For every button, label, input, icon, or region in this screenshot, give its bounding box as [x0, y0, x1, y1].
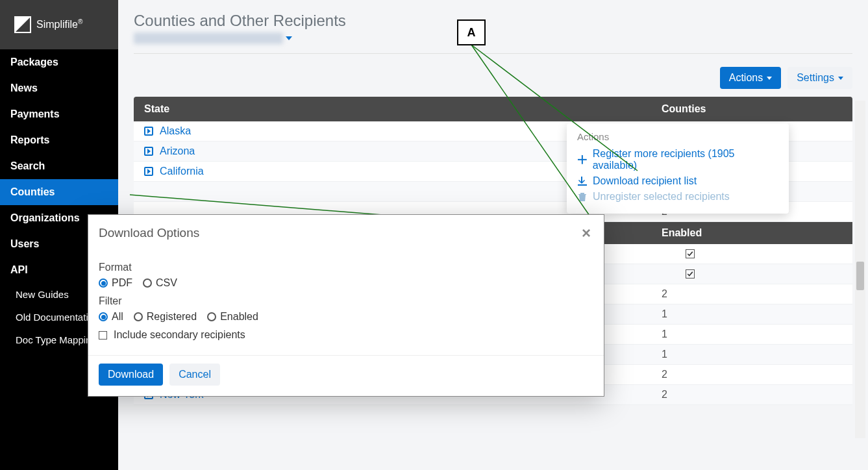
- radio-pdf[interactable]: PDF: [99, 277, 132, 289]
- org-name-redacted: [134, 32, 283, 44]
- nav-payments[interactable]: Payments: [0, 101, 118, 127]
- download-button[interactable]: Download: [99, 364, 163, 386]
- download-list-item[interactable]: Download recipient list: [577, 173, 778, 189]
- actions-button[interactable]: Actions: [720, 67, 781, 89]
- menu-title: Actions: [577, 131, 778, 142]
- enabled-checkbox[interactable]: [686, 269, 695, 278]
- svg-rect-1: [578, 159, 587, 160]
- col-enabled: Enabled: [651, 222, 852, 244]
- logo-icon: [14, 16, 31, 33]
- radio-csv[interactable]: CSV: [143, 277, 177, 289]
- filter-label: Filter: [99, 295, 593, 307]
- format-label: Format: [99, 262, 593, 273]
- divider: [134, 53, 852, 54]
- nav-reports[interactable]: Reports: [0, 127, 118, 153]
- chevron-down-icon: [286, 36, 292, 40]
- download-icon: [577, 176, 588, 186]
- county-count: 2: [651, 284, 852, 304]
- close-icon[interactable]: ×: [582, 225, 591, 241]
- chevron-down-icon: [838, 77, 843, 80]
- page-title: Counties and Other Recipients: [134, 12, 852, 30]
- toolbar: Actions Settings: [134, 67, 852, 89]
- county-count: 1: [651, 325, 852, 344]
- county-count: 1: [651, 304, 852, 324]
- radio-registered[interactable]: Registered: [134, 311, 197, 323]
- register-recipients-item[interactable]: Register more recipients (1905 available…: [577, 146, 778, 173]
- expand-icon[interactable]: [144, 127, 153, 136]
- trash-icon: [577, 192, 588, 202]
- radio-icon: [207, 312, 216, 321]
- table-header: State Counties: [134, 97, 852, 121]
- chevron-down-icon: [767, 77, 772, 80]
- plus-icon: [577, 155, 588, 165]
- expand-icon[interactable]: [144, 147, 153, 156]
- enabled-checkbox[interactable]: [686, 249, 695, 258]
- nav-search[interactable]: Search: [0, 153, 118, 179]
- nav-news[interactable]: News: [0, 75, 118, 101]
- county-count: 1: [651, 345, 852, 364]
- org-selector[interactable]: [134, 32, 852, 44]
- scrollbar[interactable]: [855, 101, 865, 438]
- annotation-marker: A: [457, 19, 486, 45]
- state-link[interactable]: Alaska: [160, 125, 191, 137]
- settings-button[interactable]: Settings: [787, 67, 852, 89]
- col-state: State: [134, 97, 651, 121]
- include-secondary-checkbox[interactable]: Include secondary recipients: [99, 329, 593, 341]
- cancel-button[interactable]: Cancel: [169, 364, 220, 386]
- expand-icon[interactable]: [144, 167, 153, 176]
- radio-icon: [99, 278, 108, 288]
- actions-menu: Actions Register more recipients (1905 a…: [567, 123, 789, 214]
- nav-packages[interactable]: Packages: [0, 49, 118, 75]
- radio-icon: [143, 278, 152, 288]
- brand-name: Simplifile®: [36, 18, 82, 31]
- radio-enabled[interactable]: Enabled: [207, 311, 258, 323]
- nav-counties[interactable]: Counties: [0, 179, 118, 205]
- brand-logo: Simplifile®: [0, 0, 118, 49]
- radio-icon: [99, 312, 108, 321]
- county-count: 2: [651, 385, 852, 404]
- radio-icon: [134, 312, 143, 321]
- county-count: 2: [651, 365, 852, 384]
- unregister-item: Unregister selected recipients: [577, 189, 778, 204]
- col-counties: Counties: [651, 97, 852, 121]
- state-link[interactable]: California: [160, 166, 204, 177]
- scroll-thumb[interactable]: [856, 262, 864, 290]
- modal-title: Download Options: [99, 226, 199, 240]
- checkbox-icon: [99, 331, 107, 340]
- download-options-modal: Download Options × Format PDFCSV Filter …: [88, 214, 604, 397]
- state-link[interactable]: Arizona: [160, 145, 195, 157]
- radio-all[interactable]: All: [99, 311, 123, 323]
